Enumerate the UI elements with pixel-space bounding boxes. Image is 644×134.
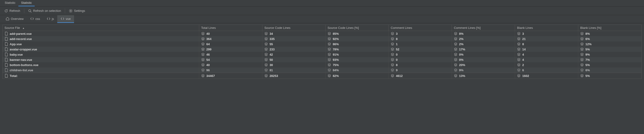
stack-icon	[264, 42, 268, 46]
stack-icon	[580, 74, 584, 78]
stack-icon	[454, 68, 458, 72]
stack-icon	[264, 37, 268, 41]
blank-pct: 9%	[585, 53, 590, 56]
blank-lines: 4	[522, 53, 524, 56]
stack-icon	[517, 42, 521, 46]
column-header-comment-lines-pct[interactable]: Comment Lines [%]	[452, 25, 515, 31]
table-row[interactable]: bottom-buttons.vue403075%820%25%	[2, 62, 642, 68]
table-row[interactable]: add-parent.vue403485%38%38%	[2, 31, 642, 36]
stack-icon	[201, 63, 205, 67]
column-header-blank-lines-pct[interactable]: Blank Lines [%]	[578, 25, 642, 31]
sub-tab-js[interactable]: js	[43, 15, 57, 23]
stack-icon	[454, 52, 458, 56]
total-label: Total:	[10, 74, 18, 78]
refresh-on-selection-label: Refresh on selection	[33, 9, 61, 13]
column-header-blank-lines[interactable]: Blank Lines	[515, 25, 578, 31]
comment-lines: 8	[396, 37, 398, 41]
table-row[interactable]: banner-nav.vue545093%00%47%	[2, 57, 642, 62]
file-icon	[4, 63, 8, 67]
table-row[interactable]: children-list.vue968184%99%66%	[2, 68, 642, 73]
table-row[interactable]: avatar-cropper.vue29923378%5217%145%	[2, 47, 642, 52]
stack-icon	[390, 63, 394, 67]
total-lines: 46	[206, 53, 210, 56]
comment-lines: 0	[396, 58, 398, 61]
column-header-total-lines[interactable]: Total Lines	[199, 25, 262, 31]
sub-tab-css[interactable]: css	[27, 15, 43, 23]
stack-icon	[580, 68, 584, 72]
blank-pct: 6%	[585, 37, 590, 41]
column-header-source-code-lines[interactable]: Source Code Lines	[262, 25, 326, 31]
file-name: baby.vue	[10, 53, 23, 56]
stack-icon	[580, 58, 584, 61]
file-name: App.vue	[10, 42, 22, 46]
svg-point-0	[28, 10, 31, 12]
comment-pct: 2%	[459, 37, 464, 41]
file-icon	[4, 47, 8, 51]
stack-icon	[390, 42, 394, 46]
stack-icon	[328, 63, 331, 67]
code-lines: 335	[270, 37, 274, 41]
code-pct: 78%	[332, 48, 339, 51]
code-pct: 86%	[332, 42, 339, 46]
table-row[interactable]: App.vue645586%12%812%	[2, 41, 642, 47]
top-tabs: Statistic Statistic	[0, 0, 644, 7]
stack-icon	[517, 37, 521, 41]
code-pct: 84%	[332, 69, 339, 72]
table-row[interactable]: add-record.vue36433592%82%216%	[2, 36, 642, 41]
stack-icon	[264, 32, 268, 36]
comment-pct: 0%	[459, 53, 464, 56]
stack-icon	[517, 74, 521, 78]
file-name: children-list.vue	[10, 69, 33, 72]
settings-button[interactable]: Settings	[68, 8, 86, 14]
file-icon	[4, 68, 8, 72]
code-pct: 92%	[332, 37, 339, 41]
comment-lines: 8	[396, 63, 398, 67]
sub-tab-label: vue	[66, 17, 71, 21]
stack-icon	[390, 32, 394, 36]
stack-icon	[517, 52, 521, 56]
total-code-pct: 82%	[332, 74, 339, 78]
stack-icon	[264, 63, 268, 67]
total-lines: 364	[206, 37, 212, 41]
sub-tab-overview[interactable]: Overview	[2, 15, 27, 23]
stack-icon	[580, 37, 584, 41]
sub-tab-label: Overview	[11, 17, 24, 21]
stack-icon	[328, 68, 331, 72]
svg-point-1	[70, 11, 71, 11]
stack-icon	[201, 52, 205, 56]
file-icon	[4, 32, 8, 36]
column-header-comment-lines[interactable]: Comment Lines	[389, 25, 452, 31]
total-lines: 64	[206, 42, 210, 46]
search-icon	[28, 9, 32, 13]
refresh-button[interactable]: Refresh	[3, 8, 22, 14]
column-header-source-file[interactable]: Source File ▲	[2, 25, 199, 31]
home-icon	[6, 17, 10, 21]
top-tab-statistic-2[interactable]: Statistic	[18, 0, 35, 6]
total-row: Total: 34467 28253	[2, 73, 642, 79]
table-row[interactable]: baby.vue464291%00%49%	[2, 52, 642, 57]
code-lines: 42	[270, 53, 273, 56]
blank-lines: 2	[522, 63, 524, 67]
stack-icon	[201, 32, 205, 36]
stack-icon	[517, 68, 521, 72]
sub-tab-vue[interactable]: vue	[57, 15, 74, 23]
file-name: add-record.vue	[10, 37, 32, 41]
total-code-lines: 28253	[270, 74, 278, 78]
file-icon	[4, 74, 8, 78]
file-icon	[4, 52, 8, 56]
code-lines: 34	[270, 32, 273, 36]
top-tab-statistic-1[interactable]: Statistic	[2, 0, 18, 6]
stack-icon	[264, 58, 268, 61]
stack-icon	[390, 47, 394, 51]
toolbar: Refresh Refresh on selection Settings	[0, 7, 644, 15]
stack-icon	[201, 42, 205, 46]
stack-icon	[328, 42, 331, 46]
blank-lines: 8	[522, 42, 524, 46]
table-header-row: Source File ▲ Total Lines Source Code Li…	[2, 25, 642, 31]
stack-icon	[454, 32, 458, 36]
blank-lines: 3	[522, 32, 524, 36]
column-header-source-code-lines-pct[interactable]: Source Code Lines [%]	[326, 25, 389, 31]
refresh-on-selection-button[interactable]: Refresh on selection	[27, 8, 63, 14]
toolbar-separator	[24, 9, 24, 13]
stack-icon	[454, 37, 458, 41]
